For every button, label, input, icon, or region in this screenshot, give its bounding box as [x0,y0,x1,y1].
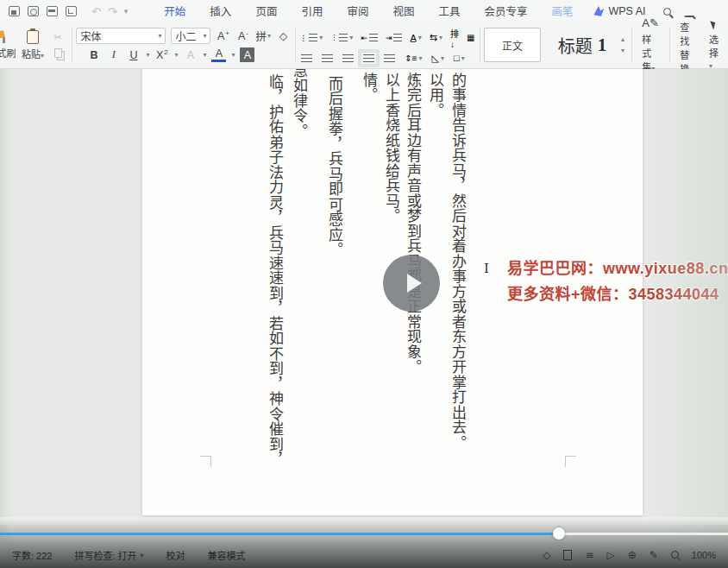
char-shading-button[interactable]: A [240,47,254,62]
undo-icon[interactable]: ↶ [91,5,101,18]
font-group: 宋体▾ 小二▾ A+ A- 拼▾ ◇ B I U ▾ X2 ▾ A ▾ A [76,25,291,65]
styles-group: 正文 标题 1 ▴ ▾ [484,25,627,65]
decrease-indent-icon[interactable]: ⇤ [361,34,378,42]
style-set-icon: A✎ [642,16,659,29]
wps-ai-label: WPS AI [608,5,645,17]
select-button[interactable]: 选择▾ [703,25,725,65]
bullet-list-icon[interactable]: ⋮▾ [299,34,323,42]
word-count[interactable]: 字数: 222 [12,548,52,562]
style-body-text[interactable]: 正文 [484,28,541,62]
tab-review[interactable]: 审阅 [345,0,370,24]
print-icon[interactable] [47,6,58,16]
style-gallery-up-icon[interactable]: ▴ [621,35,624,43]
distribute-icon[interactable] [384,54,395,62]
document-area[interactable]: 的事情告诉兵马，然后对着办事方或者东方开掌打出去。 以用。 炼完后耳边有声音或梦… [0,69,728,542]
video-progress-remaining[interactable] [559,533,728,535]
paste-button[interactable]: 粘贴▾ [17,30,48,60]
tab-home[interactable]: 开始 [162,0,187,24]
wrap-icon[interactable]: ⇆▾ [430,32,442,43]
eye-protection-icon[interactable]: ⊕ [628,549,637,561]
phonetic-guide-button[interactable]: 拼▾ [255,28,271,43]
justify-icon[interactable] [363,54,374,62]
tab-member[interactable]: 会员专享 [482,0,529,24]
italic-button[interactable]: I [106,47,121,62]
font-size-select[interactable]: 小二▾ [171,28,210,44]
tab-tools[interactable]: 工具 [436,0,461,24]
find-replace-button[interactable]: 查找替换▾ [674,25,703,65]
focus-mode-icon[interactable]: ◇ [543,549,550,561]
cut-icon[interactable]: ✂ [53,32,61,43]
clear-format-icon[interactable]: ◇ [276,28,291,43]
superscript-button[interactable]: X2 [154,47,169,62]
redo-icon[interactable]: ↷ [108,5,117,18]
zoom-out-icon[interactable] [671,549,679,561]
output-pdf-icon[interactable] [28,6,39,16]
text-column-7: 急如律令。 [289,69,310,139]
quickbar-caret-icon[interactable]: ▾ [124,7,129,16]
style-heading-1[interactable]: 标题 1 [546,28,618,62]
menu-bar: ↶ ↷ ▾ 开始 插入 页面 引用 审阅 视图 工具 会员专享 画笔 WPS A… [0,0,728,22]
zoom-level[interactable]: 100% [692,550,716,560]
tab-insert[interactable]: 插入 [208,0,233,24]
font-name-select[interactable]: 宋体▾ [76,28,166,44]
text-column-4: 以上香烧纸钱给兵马。 [381,73,402,224]
increase-indent-icon[interactable]: ⇥ [386,34,403,42]
text-cursor-icon: I [484,261,489,276]
text-column-8: 临，护佑弟子法力灵，兵马速速到，若如不到，神令催到， [265,74,286,467]
video-progress-knob[interactable] [553,527,565,540]
numbered-list-icon[interactable]: ⋮▾ [330,34,353,41]
page-view-icon[interactable] [563,550,572,560]
font-color-button[interactable]: A [211,47,226,62]
grid-paper-icon[interactable]: ▦ [467,33,474,42]
text-column-6: 而后握拳，兵马即可感应。 [324,76,345,257]
status-bar: 字数: 222 拼写检查: 打开 ▾ 校对 兼容模式 ◇ ≡ ▷ ⊕ ✎ 100… [0,542,728,568]
copy-icon[interactable] [54,48,62,58]
save-icon[interactable] [9,6,20,16]
proofread-button[interactable]: 校对 [166,548,185,562]
edge-tint-right [652,69,728,542]
wps-ai-icon [593,6,604,16]
align-right-icon[interactable] [342,54,354,62]
format-painter-button[interactable]: 格式刷 [0,30,17,60]
text-column-5: 情。 [359,73,380,103]
search-button[interactable] [663,3,671,19]
text-column-2: 以用。 [425,73,446,118]
play-icon [407,274,422,293]
shading-icon[interactable]: ◺▾ [432,53,444,64]
wps-ai-button[interactable]: WPS AI [593,5,645,17]
style-gallery-down-icon[interactable]: ▾ [621,47,624,54]
tab-reference[interactable]: 引用 [299,0,324,24]
spell-check-status[interactable]: 拼写检查: 打开 ▾ [74,548,143,562]
tab-pen[interactable]: 画笔 [549,0,574,24]
compatibility-mode-badge: 兼容模式 [208,548,246,562]
video-play-button[interactable] [383,255,440,312]
line-spacing-icon[interactable]: ⇕≡▾ [405,54,422,63]
read-mode-icon[interactable]: ▷ [607,549,615,561]
tab-view[interactable]: 视图 [391,0,416,24]
export-icon[interactable] [66,6,77,16]
align-left-icon[interactable] [301,54,312,62]
font-name-value: 宋体 [80,28,101,43]
video-progress-filled[interactable] [0,533,559,535]
underline-button[interactable]: U [126,47,141,62]
bold-button[interactable]: B [86,47,101,62]
annotate-pen-icon[interactable]: ✎ [650,549,658,561]
text-effect-button[interactable]: A [183,47,198,62]
sort-icon[interactable]: 排↓ [450,27,459,49]
ribbon-tabs: 开始 插入 页面 引用 审阅 视图 工具 会员专享 画笔 [162,0,574,24]
outline-view-icon[interactable]: ≡ [585,549,593,561]
paragraph-group: ⋮▾ ⋮▾ ⇤ ⇥ A̲▾ ⇆▾ 排↓ ▦ ⇕≡▾ ◺▾ □▾ [299,25,474,65]
style-heading-label: 标题 [558,33,593,58]
borders-icon[interactable]: □▾ [454,53,465,63]
shrink-font-button[interactable]: A- [235,28,250,43]
video-controls-shade [0,518,728,542]
quick-access-toolbar: ↶ ↷ ▾ [0,5,128,18]
grow-font-button[interactable]: A+ [216,28,230,43]
align-center-icon[interactable] [322,54,333,62]
format-painter-icon [0,30,9,43]
text-direction-icon[interactable]: A̲▾ [410,33,421,43]
style-set-button[interactable]: A✎ 样式集▾ [636,25,665,65]
wps-writer-window: ↶ ↷ ▾ 开始 插入 页面 引用 审阅 视图 工具 会员专享 画笔 WPS A… [0,0,728,568]
style-heading-number: 1 [598,35,607,56]
tab-page[interactable]: 页面 [254,0,279,24]
